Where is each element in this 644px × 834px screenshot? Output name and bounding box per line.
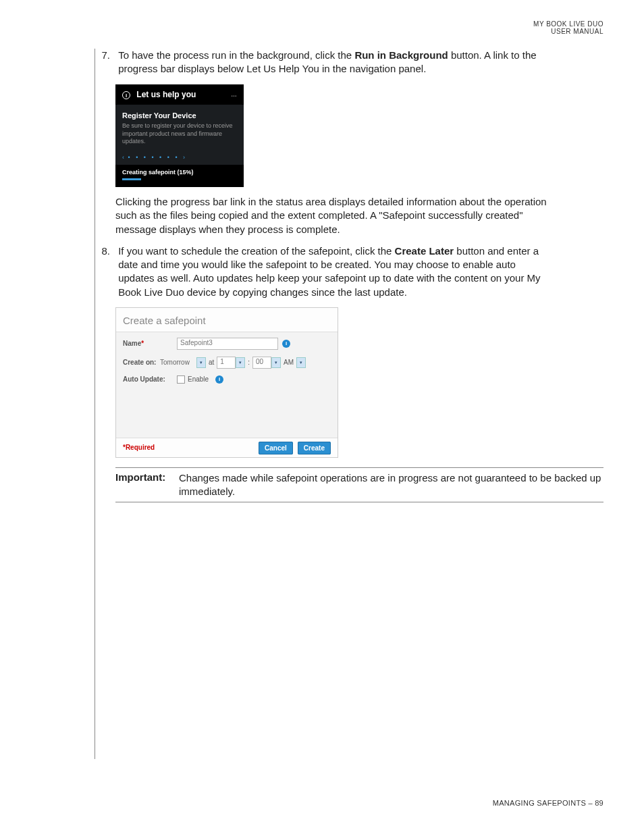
- header-line2: USER MANUAL: [41, 28, 603, 35]
- content-block: 7. To have the process run in the backgr…: [95, 49, 603, 759]
- createon-value: Tomorrow: [160, 359, 190, 366]
- info-icon[interactable]: i: [215, 375, 223, 384]
- required-label: *Required: [123, 444, 155, 451]
- name-row: Name* Safepoint3 i: [123, 338, 331, 350]
- create-button[interactable]: Create: [298, 442, 331, 454]
- cancel-button[interactable]: Cancel: [259, 442, 293, 454]
- help-panel-screenshot: i Let us help you … Register Your Device…: [115, 84, 244, 188]
- minute-input[interactable]: 00: [252, 357, 271, 369]
- help-panel-header: i Let us help you …: [115, 84, 244, 105]
- step-body: If you want to schedule the creation of …: [118, 244, 550, 299]
- step-7-followup: Clicking the progress bar link in the st…: [115, 195, 603, 236]
- dropdown-icon[interactable]: ▾: [196, 357, 206, 368]
- dropdown-icon[interactable]: ▾: [296, 357, 306, 368]
- step-number: 7.: [94, 49, 110, 62]
- important-label: Important:: [115, 471, 165, 483]
- step-body: To have the process run in the backgroun…: [118, 49, 550, 76]
- name-input[interactable]: Safepoint3: [177, 338, 278, 350]
- help-panel-title: Let us help you: [136, 90, 196, 99]
- page-header: MY BOOK LIVE DUO USER MANUAL: [41, 20, 603, 35]
- ellipsis-icon: …: [231, 91, 237, 98]
- carousel-dots: ‹ • • • • • • • ›: [115, 150, 244, 165]
- important-note: Important: Changes made while safepoint …: [115, 467, 603, 502]
- page-footer: MANAGING SAFEPOINTS – 89: [493, 799, 603, 807]
- info-icon: i: [122, 91, 130, 99]
- step-7: 7. To have the process run in the backgr…: [115, 49, 603, 76]
- step-number: 8.: [94, 244, 110, 258]
- register-text: Be sure to register your device to recei…: [122, 122, 237, 146]
- header-line1: MY BOOK LIVE DUO: [41, 20, 603, 28]
- hour-input[interactable]: 1: [217, 357, 236, 369]
- important-text: Changes made while safepoint operations …: [179, 471, 603, 499]
- progress-status: Creating safepoint (15%): [115, 165, 244, 187]
- info-icon[interactable]: i: [282, 340, 290, 348]
- create-safepoint-dialog: Create a safepoint Name* Safepoint3 i Cr…: [115, 307, 338, 458]
- createon-row: Create on: Tomorrow ▾ at 1 ▾ : 00 ▾ AM ▾: [123, 357, 331, 369]
- autoupdate-row: Auto Update: Enable i: [123, 375, 331, 384]
- enable-checkbox[interactable]: [177, 375, 185, 384]
- register-title: Register Your Device: [122, 111, 237, 120]
- dialog-title: Create a safepoint: [116, 308, 338, 332]
- dropdown-icon[interactable]: ▾: [271, 357, 281, 368]
- step-8: 8. If you want to schedule the creation …: [115, 244, 603, 299]
- dropdown-icon[interactable]: ▾: [236, 357, 245, 368]
- progress-bar: [122, 178, 141, 180]
